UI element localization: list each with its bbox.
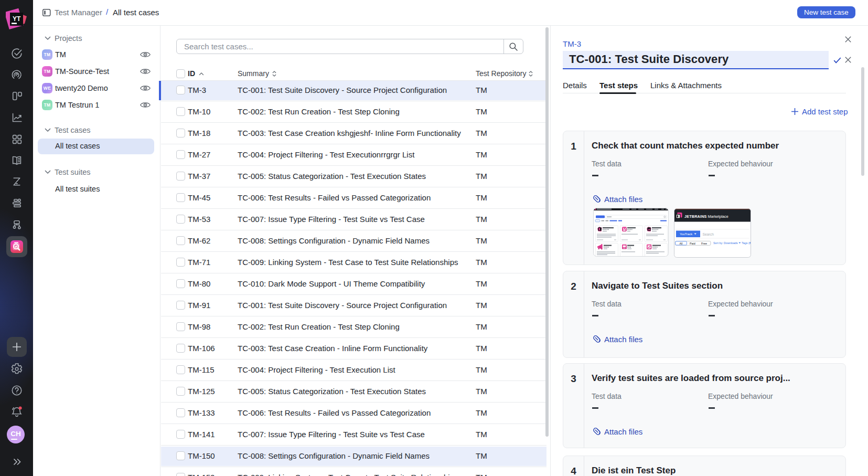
svg-text:Marketplace: Marketplace [708,214,728,219]
svg-text:Free: Free [701,242,707,245]
svg-text:All: All [680,242,683,245]
svg-text:JETBRAINS: JETBRAINS [684,214,707,219]
svg-text:Tags (0): Tags (0) [742,241,751,245]
svg-text:YouTrack: YouTrack [680,232,692,236]
svg-text:YT: YT [13,15,21,23]
svg-text:Paid: Paid [690,242,695,245]
svg-text:Search: Search [703,232,714,236]
svg-text:Sort by: Downloads: Sort by: Downloads [713,241,738,245]
